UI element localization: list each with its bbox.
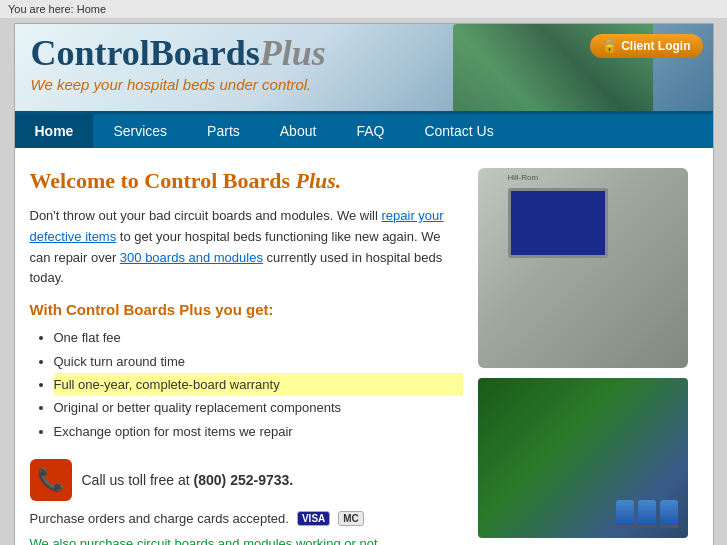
- logo-title: ControlBoardsPlus: [31, 34, 326, 74]
- purchase-link[interactable]: We also purchase circuit boards and modu…: [30, 536, 382, 545]
- visa-badge: VISA: [297, 511, 330, 526]
- device-image: Hill-Rom: [478, 168, 688, 368]
- benefits-heading: With Control Boards Plus you get:: [30, 301, 463, 318]
- list-item: Original or better quality replacement c…: [54, 396, 463, 419]
- logo-area: ControlBoardsPlus We keep your hospital …: [31, 34, 326, 93]
- benefits-list: One flat fee Quick turn around time Full…: [30, 326, 463, 443]
- nav-home[interactable]: Home: [15, 114, 94, 148]
- right-content: Hill-Rom: [478, 168, 698, 545]
- welcome-heading: Welcome to Control Boards Plus.: [30, 168, 463, 194]
- capacitor: [660, 500, 678, 528]
- phone-section: 📞 Call us toll free at (800) 252-9733.: [30, 459, 463, 501]
- capacitor: [638, 500, 656, 528]
- phone-text: Call us toll free at (800) 252-9733.: [82, 472, 294, 488]
- left-content: Welcome to Control Boards Plus. Don't th…: [30, 168, 463, 545]
- mastercard-badge: MC: [338, 511, 364, 526]
- lock-icon: 🔒: [602, 39, 617, 53]
- list-item: One flat fee: [54, 326, 463, 349]
- payment-row: Purchase orders and charge cards accepte…: [30, 511, 463, 526]
- phone-number: (800) 252-9733.: [194, 472, 294, 488]
- logo-tagline: We keep your hospital beds under control…: [31, 76, 326, 93]
- nav-contact[interactable]: Contact Us: [404, 114, 513, 148]
- breadcrumb: You are here: Home: [0, 0, 727, 19]
- device-label: Hill-Rom: [508, 173, 539, 182]
- nav-services[interactable]: Services: [93, 114, 187, 148]
- capacitors: [616, 500, 678, 528]
- nav-parts[interactable]: Parts: [187, 114, 260, 148]
- list-item: Quick turn around time: [54, 350, 463, 373]
- content-area: Welcome to Control Boards Plus. Don't th…: [15, 148, 713, 545]
- capacitor: [616, 500, 634, 528]
- boards-link[interactable]: 300 boards and modules: [120, 250, 263, 265]
- header: ControlBoardsPlus We keep your hospital …: [15, 24, 713, 114]
- intro-paragraph: Don't throw out your bad circuit boards …: [30, 206, 463, 289]
- phone-icon: 📞: [30, 459, 72, 501]
- list-item: Full one-year, complete-board warranty: [54, 373, 463, 396]
- circuit-image: [478, 378, 688, 538]
- device-screen: [508, 188, 608, 258]
- list-item: Exchange option for most items we repair: [54, 420, 463, 443]
- nav-about[interactable]: About: [260, 114, 337, 148]
- nav-faq[interactable]: FAQ: [336, 114, 404, 148]
- client-login-button[interactable]: 🔒 Client Login: [590, 34, 702, 58]
- navbar: Home Services Parts About FAQ Contact Us: [15, 114, 713, 148]
